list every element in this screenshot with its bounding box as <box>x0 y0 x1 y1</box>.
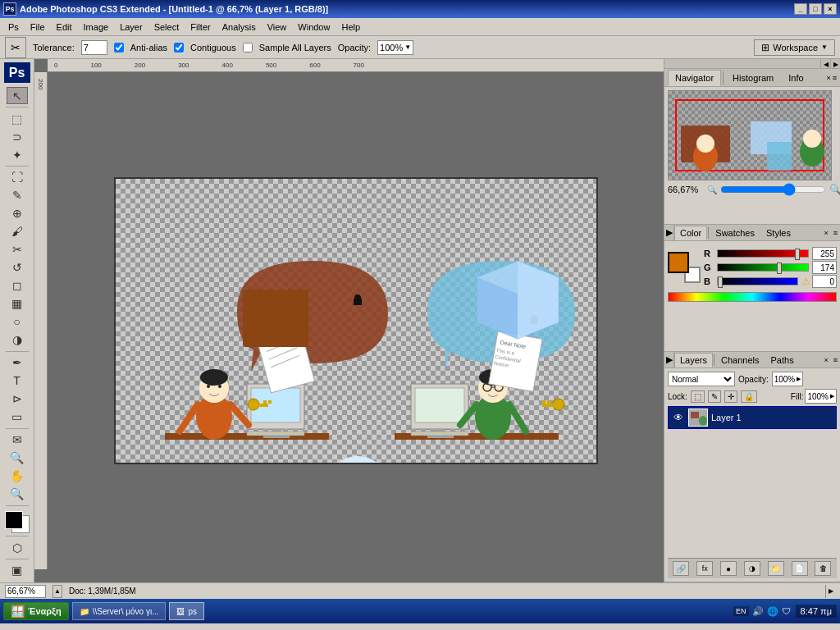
taskbar-item-explorer[interactable]: 📁 \\Server\ μόνο γι... <box>72 602 167 620</box>
r-slider[interactable] <box>717 249 809 258</box>
contiguous-checkbox[interactable] <box>174 43 184 52</box>
layers-opacity-arrow[interactable]: ▶ <box>797 376 801 382</box>
menu-view[interactable]: View <box>262 21 292 34</box>
crop-tool[interactable]: ⛶ <box>7 169 28 186</box>
hand-tool[interactable]: ✋ <box>7 468 28 485</box>
panel-scroll-left[interactable]: ◀ <box>820 59 830 69</box>
zoom-tool[interactable]: 🔍 <box>7 486 28 503</box>
zoom-input[interactable] <box>5 585 46 598</box>
tab-navigator[interactable]: Navigator <box>668 70 721 86</box>
tab-layers[interactable]: Layers <box>674 353 713 368</box>
start-button[interactable]: 🪟 Έναρξη <box>3 602 69 620</box>
layers-panel-menu[interactable]: ≡ <box>831 356 840 364</box>
layer-group-btn[interactable]: 📁 <box>768 561 784 576</box>
clone-tool[interactable]: ✂ <box>7 241 28 258</box>
layers-opacity-control[interactable]: 100% ▶ <box>772 372 804 386</box>
history-tool[interactable]: ↺ <box>7 259 28 276</box>
color-panel-close[interactable]: × <box>821 229 830 237</box>
opacity-dropdown-icon[interactable]: ▼ <box>404 43 411 51</box>
layers-panel-close[interactable]: × <box>821 356 830 364</box>
color-boxes[interactable] <box>3 511 31 533</box>
tab-color[interactable]: Color <box>674 226 707 240</box>
color-spectrum[interactable] <box>668 292 837 302</box>
layer-delete-btn[interactable]: 🗑 <box>815 561 831 576</box>
fill-arrow[interactable]: ▶ <box>830 393 834 399</box>
tolerance-input[interactable] <box>81 40 107 55</box>
layer-adjustment-btn[interactable]: ◑ <box>744 561 760 576</box>
statusbar-menu[interactable]: ▶ <box>825 585 835 598</box>
r-slider-thumb[interactable] <box>795 249 800 260</box>
eyedropper2-tool[interactable]: 🔍 <box>7 450 28 467</box>
tab-info[interactable]: Info <box>781 70 810 86</box>
menu-edit[interactable]: Edit <box>52 21 77 34</box>
notes-tool[interactable]: ✉ <box>7 431 28 449</box>
g-slider[interactable] <box>717 263 809 272</box>
pen-tool[interactable]: ✒ <box>7 354 28 372</box>
lock-transparent-btn[interactable]: ⬚ <box>691 390 705 403</box>
shape-tool[interactable]: ▭ <box>7 409 28 426</box>
eyedropper-tool[interactable]: ✎ <box>7 187 28 204</box>
tab-histogram[interactable]: Histogram <box>725 70 781 86</box>
menu-analysis[interactable]: Analysis <box>217 21 261 34</box>
lasso-tool[interactable]: ⊃ <box>7 128 28 145</box>
layer-visibility-eye[interactable]: 👁 <box>672 411 685 424</box>
tab-channels[interactable]: Channels <box>715 353 765 368</box>
dodge-tool[interactable]: ◑ <box>7 331 28 349</box>
zoom-menu-btn[interactable]: ▲ <box>52 585 62 598</box>
b-value-input[interactable] <box>812 275 837 288</box>
layer-new-btn[interactable]: 📄 <box>792 561 808 576</box>
brush-tool[interactable]: 🖌 <box>7 223 28 240</box>
navigator-panel-close[interactable]: × <box>826 74 830 82</box>
menu-image[interactable]: Image <box>79 21 114 34</box>
menu-select[interactable]: Select <box>149 21 185 34</box>
anti-alias-checkbox[interactable] <box>114 43 124 52</box>
menu-file[interactable]: File <box>25 21 50 34</box>
window-controls[interactable]: _ □ × <box>794 3 837 15</box>
marquee-tool[interactable]: ⬚ <box>7 110 28 127</box>
menu-help[interactable]: Help <box>336 21 365 34</box>
blur-tool[interactable]: ○ <box>7 313 28 331</box>
foreground-color[interactable] <box>5 511 23 529</box>
color-panel-menu[interactable]: ≡ <box>831 229 840 237</box>
quick-mask-tool[interactable]: ⬡ <box>7 539 28 556</box>
layer-row-1[interactable]: 👁 Layer 1 <box>668 406 837 429</box>
layers-collapse-btn[interactable]: ▶ <box>664 352 674 368</box>
menu-filter[interactable]: Filter <box>185 21 215 34</box>
gradient-tool[interactable]: ▦ <box>7 295 28 313</box>
fg-swatch[interactable] <box>668 252 689 273</box>
lock-position-btn[interactable]: ✛ <box>724 390 737 403</box>
fg-bg-swatches[interactable] <box>668 252 701 283</box>
minimize-button[interactable]: _ <box>794 3 807 15</box>
lock-pixels-btn[interactable]: ✎ <box>708 390 721 403</box>
tab-paths[interactable]: Paths <box>765 353 800 368</box>
g-slider-thumb[interactable] <box>777 262 782 274</box>
menu-layer[interactable]: Layer <box>115 21 148 34</box>
tab-styles[interactable]: Styles <box>760 226 797 240</box>
fill-value-control[interactable]: 100% ▶ <box>805 389 837 404</box>
r-value-input[interactable] <box>812 247 837 260</box>
magic-wand-tool[interactable]: ✦ <box>7 146 28 163</box>
g-value-input[interactable] <box>812 261 837 274</box>
close-button[interactable]: × <box>824 3 837 15</box>
workspace-button[interactable]: ⊞ Workspace ▼ <box>754 39 835 56</box>
nav-zoom-slider[interactable] <box>720 185 826 194</box>
panel-collapse-btn[interactable]: ▶ <box>664 225 674 240</box>
canvas-area[interactable]: 0100200300400500600700 0100200300400 <box>34 59 664 582</box>
tab-swatches[interactable]: Swatches <box>710 226 760 240</box>
restore-button[interactable]: □ <box>809 3 822 15</box>
healing-tool[interactable]: ⊕ <box>7 205 28 222</box>
path-select-tool[interactable]: ⊳ <box>7 390 28 408</box>
menu-window[interactable]: Window <box>293 21 335 34</box>
taskbar-item-photoshop[interactable]: 🖼 ps <box>169 602 204 620</box>
eraser-tool[interactable]: ◻ <box>7 277 28 294</box>
layer-fx-btn[interactable]: fx <box>696 561 713 576</box>
layer-mask-btn[interactable]: ● <box>720 561 737 576</box>
b-slider-thumb[interactable] <box>718 276 723 288</box>
nav-zoom-in-icon[interactable]: 🔍 <box>829 184 840 195</box>
sample-all-checkbox[interactable] <box>243 43 253 52</box>
screen-mode-tool[interactable]: ▣ <box>7 562 28 579</box>
nav-zoom-out-icon[interactable]: 🔍 <box>707 185 717 194</box>
opacity-control[interactable]: 100% ▼ <box>377 40 413 55</box>
move-tool[interactable]: ↖ <box>7 87 28 104</box>
layer-link-btn[interactable]: 🔗 <box>673 561 689 576</box>
